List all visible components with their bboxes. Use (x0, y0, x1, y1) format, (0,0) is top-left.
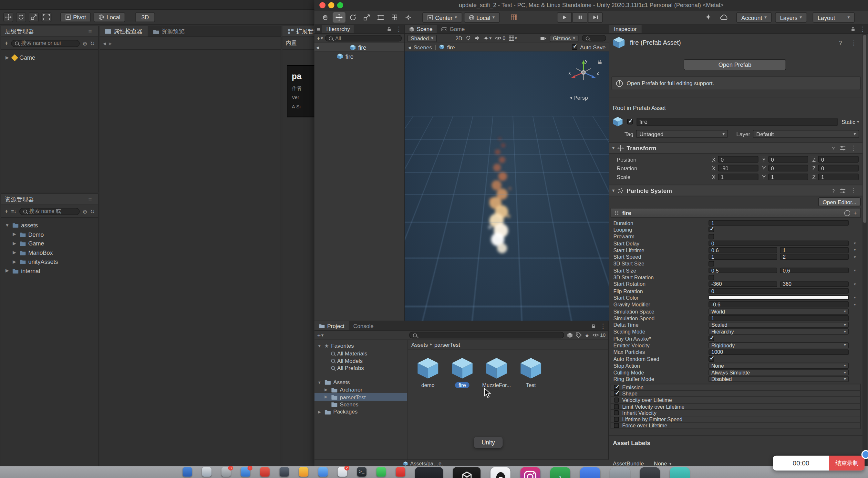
rotation-x-field[interactable]: -90 (718, 165, 758, 171)
create-dropdown[interactable]: +▾ (317, 332, 323, 339)
value-field[interactable]: 1000 (709, 349, 848, 355)
open-prefab-button[interactable]: Open Prefab (684, 59, 786, 70)
lock-icon[interactable] (597, 59, 602, 65)
breadcrumb-root[interactable]: Assets (411, 342, 428, 348)
zoom-button[interactable] (337, 2, 343, 8)
ps-module-emission[interactable]: Emission (611, 384, 861, 391)
layers-dropdown[interactable]: Layers▾ (775, 12, 807, 23)
ps-module-lifetime-by-emitter-speed[interactable]: Lifetime by Emitter Speed (611, 416, 861, 423)
back-arrow-icon[interactable]: ◂ (314, 44, 321, 50)
dock-icon-white-chat[interactable]: 2 (338, 467, 347, 477)
curve-dropdown-icon[interactable]: ▾ (851, 241, 856, 245)
lw-tree-item-MarioBox[interactable]: ▶MarioBox (1, 248, 98, 257)
help-icon[interactable]: ? (830, 188, 837, 193)
lw-tree-item-Demo[interactable]: ▶Demo (1, 230, 98, 239)
move-tool-icon[interactable] (3, 12, 13, 22)
dock-icon-terminal[interactable]: >_ (357, 467, 367, 477)
expander-arrow[interactable]: ▶ (11, 241, 17, 246)
auto-save-checkbox[interactable] (572, 44, 578, 50)
lw-tree-item-unityAssets[interactable]: ▶unityAssets (1, 257, 98, 266)
scene-viewport[interactable]: y x z ◂Persp (405, 51, 609, 320)
dock-icon-gray-app[interactable]: 3 (221, 467, 231, 477)
dock-icon-blue-app-2[interactable] (580, 467, 600, 478)
lock-icon[interactable] (848, 27, 857, 31)
tab-lw-inspector[interactable]: 属性检查器 (100, 26, 148, 37)
tab-hierarchy[interactable]: Hierarchy (322, 25, 353, 33)
project-tree-item-Packages[interactable]: ▶Packages (314, 408, 407, 415)
rotate-tool-icon[interactable] (16, 12, 26, 22)
create-dropdown[interactable]: +▾ (317, 35, 323, 42)
lock-icon[interactable] (384, 27, 393, 31)
scale-y-field[interactable]: 1 (768, 173, 809, 180)
solo-icon[interactable]: ! (844, 210, 850, 216)
checkbox[interactable] (709, 227, 714, 233)
expander-arrow[interactable]: ▶ (11, 250, 17, 255)
expander-arrow[interactable]: ▼ (317, 344, 322, 348)
dock-icon-teal-app[interactable] (670, 467, 690, 478)
inspector-scrollbar[interactable] (863, 34, 867, 467)
open-asset-icon[interactable] (567, 332, 573, 338)
tab-console[interactable]: Console (349, 321, 378, 330)
project-tree-item-Favorites[interactable]: ▼★Favorites (314, 342, 407, 350)
transform-component-header[interactable]: ▾ Transform ? ⋮ (609, 142, 863, 154)
presets-icon[interactable] (840, 145, 846, 150)
gameobject-name-field[interactable]: fire (637, 117, 837, 126)
min-field[interactable]: -360 (709, 281, 777, 287)
rotate-tool-button[interactable] (346, 12, 359, 23)
rect-tool-button[interactable] (374, 12, 387, 23)
refresh-icon[interactable]: ↻ (90, 208, 95, 214)
expander-arrow[interactable]: ▶ (323, 387, 329, 392)
frame-tool-icon[interactable] (42, 12, 52, 22)
open-editor-button[interactable]: Open Editor... (818, 197, 861, 206)
ps-module-inherit-velocity[interactable]: Inherit Velocity (611, 409, 861, 416)
checkbox[interactable] (709, 261, 714, 266)
2d-toggle[interactable]: 2D (455, 35, 462, 41)
project-search[interactable] (409, 332, 564, 339)
add-icon[interactable]: + (4, 39, 8, 47)
forward-arrow-icon[interactable]: ▸ (109, 40, 112, 47)
options-icon[interactable]: ⋮ (848, 187, 859, 194)
ps-module-force-over-lifetime[interactable]: Force over Lifetime (611, 422, 861, 429)
checkbox[interactable] (709, 234, 714, 239)
foldout-arrow[interactable]: ▾ (612, 145, 615, 150)
position-z-field[interactable]: 0 (818, 156, 859, 163)
tab-scene[interactable]: Scene (405, 25, 437, 33)
panel-menu-icon[interactable]: ≡ (314, 26, 322, 33)
gizmos-dropdown[interactable]: Gizmos▾ (550, 35, 579, 42)
enum-dropdown[interactable]: Disabled▾ (709, 376, 848, 382)
curve-dropdown-icon[interactable]: ▾ (851, 302, 856, 307)
add-icon[interactable]: + (4, 207, 8, 215)
enum-dropdown[interactable]: Hierarchy▾ (709, 329, 848, 335)
checkbox[interactable] (709, 356, 714, 362)
curve-dropdown-icon[interactable]: ▾ (851, 282, 856, 286)
rotation-z-field[interactable]: 0 (818, 165, 859, 171)
gradient-field[interactable] (709, 296, 848, 300)
cloud-icon[interactable] (717, 12, 730, 23)
pivot-mode-button[interactable]: Pivot (60, 12, 91, 22)
curve-dropdown-icon[interactable]: ▾ (851, 255, 856, 259)
expander-arrow[interactable]: ▼ (4, 223, 10, 228)
assetbundle-dropdown[interactable]: None▾ (654, 460, 672, 467)
step-button[interactable] (588, 12, 603, 23)
module-checkbox[interactable] (614, 417, 619, 421)
options-icon[interactable]: ⋮ (848, 144, 859, 151)
projection-label[interactable]: ◂Persp (569, 95, 588, 101)
lw-assets-search[interactable]: 搜索 name 或 (20, 208, 80, 215)
panel-options-icon[interactable]: ⋮ (598, 322, 609, 329)
panel-options-icon[interactable]: ⋮ (857, 26, 868, 33)
project-tree-item-All-Materials[interactable]: All Materials (314, 350, 407, 357)
tab-inspector[interactable]: Inspector (609, 25, 642, 33)
lw-tree-item-Game[interactable]: ▶Game (1, 239, 98, 248)
back-arrow-icon[interactable]: ◂ (408, 44, 411, 50)
enum-dropdown[interactable]: World▾ (709, 308, 848, 314)
module-checkbox[interactable] (614, 398, 619, 403)
dock-icon-qq[interactable] (491, 467, 510, 478)
enum-dropdown[interactable]: Scaled▾ (709, 322, 848, 328)
dock-icon-gray-app-2[interactable] (610, 467, 630, 478)
value-field[interactable]: 1 (709, 315, 848, 321)
scale-tool-icon[interactable] (29, 12, 39, 22)
max-field[interactable]: 360 (780, 281, 848, 287)
lw-hierarchy-search[interactable]: 搜索 name or uui (11, 40, 80, 47)
expander-arrow[interactable]: ▼ (317, 380, 322, 384)
project-asset-demo[interactable]: demo (412, 356, 443, 388)
